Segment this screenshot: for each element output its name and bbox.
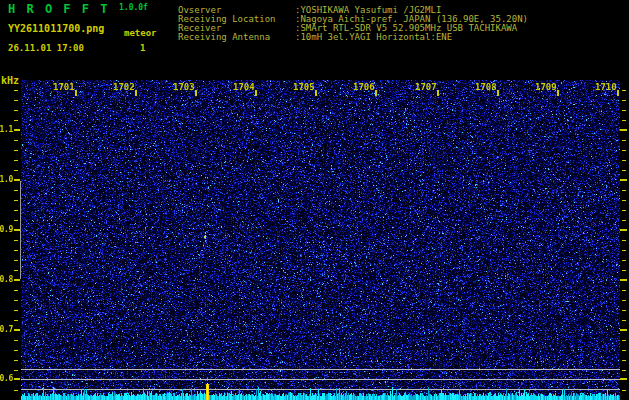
freq-minor-tick-left <box>14 370 18 371</box>
mode-label: meteor <box>124 28 157 38</box>
info-row: Receiving Antenna:10mH 3el.YAGI Horizont… <box>178 33 528 42</box>
freq-minor-tick-right <box>622 250 626 251</box>
freq-minor-tick-left <box>14 210 18 211</box>
freq-minor-tick-right <box>622 160 626 161</box>
info-label: Receiving Antenna <box>178 33 295 42</box>
freq-minor-tick-left <box>14 90 18 91</box>
freq-minor-tick-left <box>14 220 18 221</box>
freq-minor-tick-right <box>622 370 626 371</box>
info-value: :10mH 3el.YAGI Horizontal:ENE <box>295 32 452 42</box>
freq-minor-tick-left <box>14 340 18 341</box>
freq-minor-tick-left <box>14 310 18 311</box>
freq-minor-tick-left <box>14 320 18 321</box>
freq-minor-tick-left <box>14 190 18 191</box>
freq-major-tick-right <box>620 229 627 231</box>
freq-minor-tick-right <box>622 120 626 121</box>
meteor-count: 1 <box>140 43 145 53</box>
app-version: 1.0.0f <box>119 3 148 12</box>
freq-minor-tick-right <box>622 290 626 291</box>
hrofft-screen: H R O F F T 1.0.0f YY2611011700.png mete… <box>0 0 629 400</box>
freq-minor-tick-left <box>14 150 18 151</box>
freq-major-tick-right <box>620 378 627 380</box>
freq-minor-tick-left <box>14 360 18 361</box>
freq-label: 0.8 <box>0 275 13 284</box>
freq-minor-tick-right <box>622 170 626 171</box>
freq-major-tick-left <box>14 129 20 131</box>
freq-minor-tick-right <box>622 260 626 261</box>
freq-minor-tick-right <box>622 390 626 391</box>
freq-label: 0.9 <box>0 225 13 234</box>
freq-minor-tick-left <box>14 120 18 121</box>
station-info-block: Ovserver:YOSHIKAWA Yasufumi /JG2MLIRecei… <box>178 6 528 42</box>
calibration-line <box>20 181 21 279</box>
freq-minor-tick-right <box>622 210 626 211</box>
freq-minor-tick-right <box>622 150 626 151</box>
freq-minor-tick-left <box>14 160 18 161</box>
freq-minor-tick-right <box>622 320 626 321</box>
observation-datetime: 26.11.01 17:00 <box>8 43 84 53</box>
freq-minor-tick-left <box>14 170 18 171</box>
freq-minor-tick-right <box>622 100 626 101</box>
freq-minor-tick-right <box>622 220 626 221</box>
freq-minor-tick-right <box>622 350 626 351</box>
freq-label: 1.0 <box>0 175 13 184</box>
freq-minor-tick-right <box>622 270 626 271</box>
freq-major-tick-left <box>14 279 20 281</box>
freq-minor-tick-right <box>622 340 626 341</box>
freq-major-tick-right <box>620 179 627 181</box>
freq-minor-tick-left <box>14 270 18 271</box>
freq-minor-tick-left <box>14 300 18 301</box>
freq-minor-tick-left <box>14 240 18 241</box>
freq-minor-tick-right <box>622 200 626 201</box>
freq-label: 0.6 <box>0 374 13 383</box>
freq-major-tick-left <box>14 329 20 331</box>
spectrogram-canvas <box>21 80 620 400</box>
freq-minor-tick-left <box>14 140 18 141</box>
freq-minor-tick-right <box>622 360 626 361</box>
freq-major-tick-right <box>620 129 627 131</box>
freq-minor-tick-left <box>14 200 18 201</box>
freq-minor-tick-right <box>622 110 626 111</box>
freq-axis-unit-label: kHz <box>1 75 19 86</box>
freq-major-tick-right <box>620 329 627 331</box>
freq-minor-tick-left <box>14 390 18 391</box>
freq-minor-tick-left <box>14 250 18 251</box>
freq-minor-tick-right <box>622 190 626 191</box>
freq-label: 1.1 <box>0 125 13 134</box>
output-filename: YY2611011700.png <box>8 23 104 34</box>
freq-minor-tick-right <box>622 300 626 301</box>
freq-label: 0.7 <box>0 325 13 334</box>
freq-minor-tick-left <box>14 110 18 111</box>
freq-minor-tick-left <box>14 100 18 101</box>
app-title: H R O F F T <box>8 2 109 16</box>
freq-minor-tick-left <box>14 260 18 261</box>
freq-minor-tick-right <box>622 140 626 141</box>
freq-major-tick-right <box>620 279 627 281</box>
freq-minor-tick-right <box>622 240 626 241</box>
freq-minor-tick-right <box>622 310 626 311</box>
freq-minor-tick-left <box>14 350 18 351</box>
freq-minor-tick-left <box>14 290 18 291</box>
freq-major-tick-left <box>14 378 20 380</box>
freq-minor-tick-right <box>622 90 626 91</box>
